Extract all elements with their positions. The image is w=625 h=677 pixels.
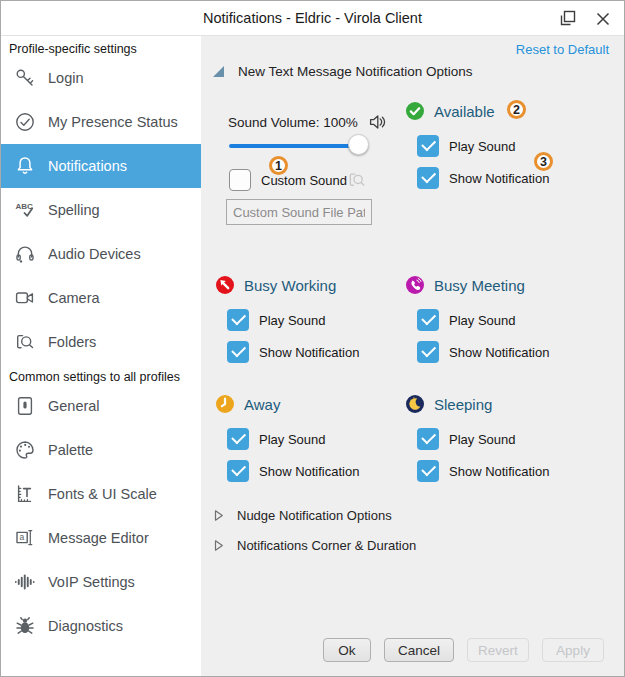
sidebar-item-message-editor[interactable]: a Message Editor — [1, 516, 201, 560]
window-title: Notifications - Eldric - Virola Client — [1, 1, 624, 36]
spellcheck-icon: ABC — [13, 198, 37, 222]
play-sound-row: Play Sound — [417, 428, 516, 450]
custom-sound-path-input[interactable] — [226, 199, 372, 225]
show-notification-checkbox[interactable] — [417, 460, 439, 482]
section-title: New Text Message Notification Options — [238, 64, 473, 79]
sidebar-item-label: Message Editor — [48, 530, 149, 546]
ok-button[interactable]: Ok — [323, 638, 371, 662]
sidebar-item-login[interactable]: Login — [1, 56, 201, 100]
bug-icon — [13, 614, 37, 638]
sound-volume-label: Sound Volume: 100% — [228, 115, 358, 130]
palette-icon — [13, 438, 37, 462]
show-notification-checkbox[interactable] — [417, 167, 439, 189]
close-icon[interactable] — [595, 11, 611, 27]
cancel-button[interactable]: Cancel — [384, 638, 454, 662]
status-header: Sleeping — [405, 394, 595, 414]
play-sound-checkbox[interactable] — [417, 135, 439, 157]
volume-slider-thumb[interactable] — [348, 134, 369, 155]
sidebar-item-label: Folders — [48, 334, 96, 350]
play-sound-checkbox[interactable] — [227, 309, 249, 331]
status-header: Available — [405, 101, 595, 121]
expander-closed-icon[interactable] — [214, 539, 224, 552]
nudge-notification-section-header[interactable]: Nudge Notification Options — [214, 508, 392, 523]
browse-sound-file-icon[interactable] — [347, 170, 367, 193]
apply-button[interactable]: Apply — [542, 638, 604, 662]
busy-meeting-status-icon — [405, 275, 425, 295]
folder-search-icon — [13, 330, 37, 354]
show-notification-checkbox[interactable] — [227, 460, 249, 482]
speaker-icon[interactable] — [368, 113, 388, 131]
show-notification-label: Show Notification — [449, 345, 549, 360]
section-title: Notifications Corner & Duration — [237, 538, 416, 553]
check-circle-icon — [13, 110, 37, 134]
play-sound-checkbox[interactable] — [417, 428, 439, 450]
status-name: Away — [244, 396, 280, 413]
svg-text:ABC: ABC — [16, 202, 34, 211]
play-sound-row: Play Sound — [227, 428, 326, 450]
sidebar-item-camera[interactable]: Camera — [1, 276, 201, 320]
sidebar-item-label: Spelling — [48, 202, 100, 218]
custom-sound-label: Custom Sound — [261, 173, 347, 188]
revert-button[interactable]: Revert — [467, 638, 529, 662]
status-group-away: Away Play Sound Show Notification — [215, 394, 405, 414]
dialog-button-bar: Ok Cancel Revert Apply — [323, 638, 604, 662]
status-name: Sleeping — [434, 396, 492, 413]
play-sound-checkbox[interactable] — [417, 309, 439, 331]
expander-closed-icon[interactable] — [214, 509, 224, 522]
reset-to-default-link[interactable]: Reset to Default — [516, 42, 609, 57]
show-notification-label: Show Notification — [259, 464, 359, 479]
sidebar-item-notifications[interactable]: Notifications — [1, 144, 201, 188]
restore-window-icon[interactable] — [559, 10, 576, 27]
show-notification-checkbox[interactable] — [227, 341, 249, 363]
titlebar: Notifications - Eldric - Virola Client — [1, 1, 624, 36]
sidebar-item-folders[interactable]: Folders — [1, 320, 201, 364]
sidebar-item-fonts-ui-scale[interactable]: Fonts & UI Scale — [1, 472, 201, 516]
status-group-busy-working: Busy Working Play Sound Show Notificatio… — [215, 275, 405, 295]
status-group-busy-meeting: Busy Meeting Play Sound Show Notificatio… — [405, 275, 595, 295]
play-sound-checkbox[interactable] — [227, 428, 249, 450]
settings-window: Notifications - Eldric - Virola Client P… — [0, 0, 625, 677]
status-header: Busy Working — [215, 275, 405, 295]
sidebar-item-label: Notifications — [48, 158, 127, 174]
camera-icon — [13, 286, 37, 310]
sidebar-item-palette[interactable]: Palette — [1, 428, 201, 472]
custom-sound-checkbox[interactable] — [229, 169, 251, 191]
annotation-badge-1: 1 — [269, 156, 288, 175]
expander-open-icon[interactable] — [213, 66, 224, 77]
status-header: Busy Meeting — [405, 275, 595, 295]
sidebar-section-header: Common settings to all profiles — [1, 364, 201, 380]
notifications-corner-section-header[interactable]: Notifications Corner & Duration — [214, 538, 416, 553]
sidebar-item-general[interactable]: General — [1, 384, 201, 428]
annotation-badge-2: 2 — [507, 100, 526, 119]
show-notification-row: Show Notification — [417, 460, 549, 482]
status-name: Busy Working — [244, 277, 336, 294]
sidebar-item-audio-devices[interactable]: Audio Devices — [1, 232, 201, 276]
busy-working-status-icon — [215, 275, 235, 295]
headset-icon — [13, 242, 37, 266]
sidebar-item-label: General — [48, 398, 100, 414]
sidebar-section-header: Profile-specific settings — [1, 36, 201, 52]
sidebar-item-label: Audio Devices — [48, 246, 141, 262]
section-title: Nudge Notification Options — [237, 508, 392, 523]
sidebar-item-my-presence-status[interactable]: My Presence Status — [1, 100, 201, 144]
window-controls — [559, 1, 611, 36]
sidebar-item-spelling[interactable]: ABC Spelling — [1, 188, 201, 232]
show-notification-row: Show Notification — [417, 167, 549, 189]
show-notification-checkbox[interactable] — [417, 341, 439, 363]
svg-text:a: a — [20, 532, 25, 542]
sidebar-item-label: Fonts & UI Scale — [48, 486, 157, 502]
play-sound-label: Play Sound — [259, 313, 326, 328]
sidebar: Profile-specific settings Login My Prese… — [1, 36, 201, 676]
show-notification-row: Show Notification — [227, 341, 359, 363]
sidebar-item-label: VoIP Settings — [48, 574, 135, 590]
sidebar-item-diagnostics[interactable]: Diagnostics — [1, 604, 201, 648]
custom-sound-row: Custom Sound — [229, 169, 347, 191]
new-text-message-section-header[interactable]: New Text Message Notification Options — [213, 64, 473, 79]
status-name: Busy Meeting — [434, 277, 525, 294]
volume-slider-track[interactable] — [229, 144, 353, 148]
equalizer-icon — [13, 570, 37, 594]
sidebar-item-label: Camera — [48, 290, 100, 306]
available-status-icon — [405, 101, 425, 121]
sidebar-item-voip-settings[interactable]: VoIP Settings — [1, 560, 201, 604]
status-group-available: Available Play Sound Show Notification — [405, 101, 595, 121]
